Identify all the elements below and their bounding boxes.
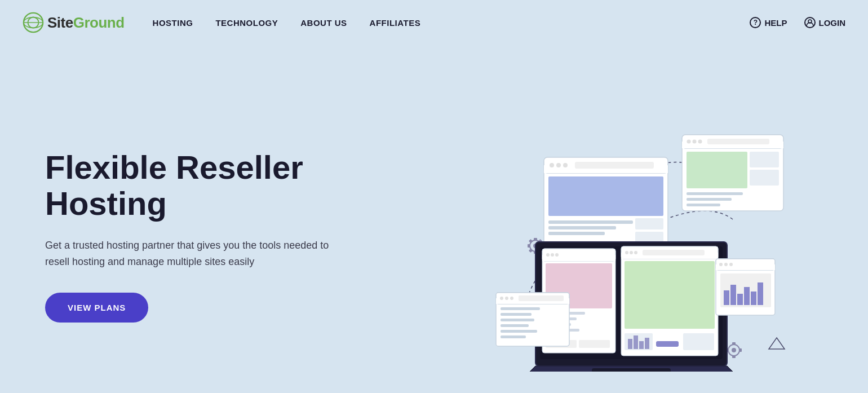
svg-rect-92 [501, 307, 540, 310]
svg-rect-47 [707, 139, 769, 144]
nav-technology[interactable]: TECHNOLOGY [215, 18, 278, 28]
svg-rect-106 [730, 285, 736, 305]
svg-rect-108 [744, 287, 750, 305]
svg-rect-52 [687, 198, 732, 201]
svg-rect-68 [579, 340, 610, 348]
help-icon: ? [750, 17, 761, 28]
navbar: SiteGround HOSTING TECHNOLOGY ABOUT US A… [0, 0, 868, 45]
svg-rect-35 [548, 176, 663, 216]
svg-point-61 [555, 253, 559, 257]
hero-content: Flexible Reseller Hosting Get a trusted … [45, 138, 383, 322]
svg-rect-51 [687, 192, 743, 195]
laptop-base [524, 366, 738, 372]
svg-point-59 [546, 253, 550, 257]
svg-rect-110 [758, 282, 763, 305]
view-plans-button[interactable]: VIEW PLANS [45, 293, 148, 323]
browser-bottom-left [496, 293, 569, 346]
svg-point-102 [724, 263, 728, 266]
svg-point-60 [551, 253, 554, 257]
logo[interactable]: SiteGround [23, 12, 125, 33]
svg-rect-9 [528, 244, 530, 248]
svg-rect-75 [643, 250, 705, 255]
svg-rect-23 [732, 342, 736, 345]
svg-rect-80 [639, 341, 644, 349]
svg-point-103 [729, 263, 733, 266]
logo-text: SiteGround [47, 14, 125, 32]
svg-rect-95 [501, 324, 529, 327]
svg-point-72 [625, 251, 628, 254]
svg-point-45 [693, 139, 697, 143]
nav-links: HOSTING TECHNOLOGY ABOUT US AFFILIATES [153, 18, 750, 28]
svg-rect-36 [548, 220, 633, 224]
svg-rect-79 [634, 335, 638, 349]
svg-rect-105 [724, 290, 729, 305]
login-label: LOGIN [819, 18, 846, 28]
nav-right: ? HELP LOGIN [750, 17, 845, 28]
hero-title: Flexible Reseller Hosting [45, 149, 383, 222]
svg-marker-27 [769, 338, 785, 349]
svg-rect-97 [501, 335, 526, 338]
browser-top-left [544, 157, 668, 248]
svg-rect-81 [645, 338, 649, 349]
svg-point-74 [634, 251, 637, 254]
svg-rect-76 [625, 261, 715, 329]
svg-point-33 [563, 163, 568, 167]
svg-rect-38 [548, 232, 605, 235]
svg-point-22 [732, 348, 736, 352]
svg-point-31 [550, 163, 554, 167]
svg-point-46 [698, 139, 702, 143]
svg-rect-96 [501, 330, 537, 333]
svg-rect-34 [575, 162, 654, 169]
hero-subtitle: Get a trusted hosting partner that gives… [45, 237, 338, 270]
hero-section: Flexible Reseller Hosting Get a trusted … [0, 45, 868, 393]
svg-point-73 [630, 251, 633, 254]
svg-point-101 [719, 263, 723, 266]
svg-rect-84 [592, 368, 671, 372]
svg-rect-91 [519, 295, 564, 301]
help-label: HELP [764, 18, 787, 28]
svg-rect-11 [529, 239, 533, 242]
gear-bottom-right [726, 342, 742, 358]
svg-point-88 [500, 297, 503, 300]
svg-rect-48 [687, 152, 747, 188]
svg-rect-26 [739, 348, 742, 352]
help-link[interactable]: ? HELP [750, 17, 787, 28]
svg-rect-83 [683, 333, 714, 350]
nav-about-us[interactable]: ABOUT US [300, 18, 347, 28]
svg-point-32 [556, 163, 561, 167]
svg-rect-13 [529, 248, 533, 252]
svg-rect-107 [737, 294, 743, 305]
login-link[interactable]: LOGIN [804, 17, 846, 28]
svg-rect-49 [750, 152, 779, 167]
svg-rect-39 [635, 218, 663, 229]
svg-rect-7 [534, 238, 537, 241]
hero-illustration [383, 90, 845, 372]
browser-bottom-right [716, 259, 775, 315]
svg-rect-94 [501, 319, 534, 321]
reseller-hosting-illustration [440, 90, 789, 372]
svg-rect-50 [750, 170, 779, 186]
svg-rect-37 [548, 226, 616, 229]
svg-rect-82 [656, 341, 679, 347]
svg-point-89 [505, 297, 508, 300]
svg-rect-109 [751, 292, 756, 305]
nav-hosting[interactable]: HOSTING [153, 18, 193, 28]
svg-point-90 [510, 297, 513, 300]
user-icon [804, 17, 816, 28]
siteground-logo-icon [23, 12, 44, 33]
svg-rect-24 [732, 355, 736, 358]
nav-affiliates[interactable]: AFFILIATES [370, 18, 421, 28]
svg-rect-93 [501, 313, 532, 316]
svg-point-44 [687, 139, 691, 143]
browser-top-right [682, 135, 783, 211]
svg-rect-78 [628, 339, 632, 349]
svg-rect-53 [687, 204, 720, 206]
